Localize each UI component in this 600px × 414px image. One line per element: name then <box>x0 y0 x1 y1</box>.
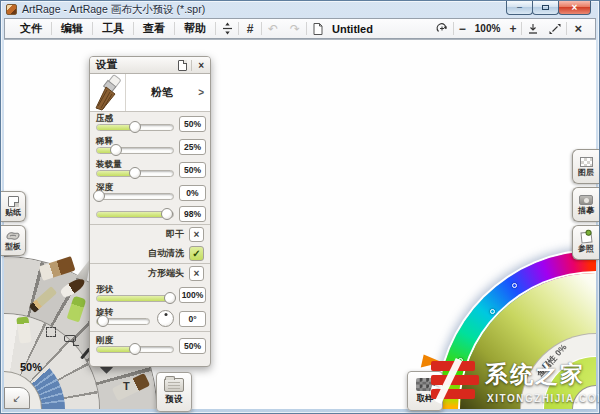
panel-divider <box>90 331 210 332</box>
thinners-slider[interactable] <box>96 147 174 154</box>
sample-color-button[interactable]: 取样 <box>407 371 443 411</box>
current-tool-row[interactable]: 粉笔 > <box>90 74 210 112</box>
titlebar: ArtRage - ArtRage 画布大小预设 (*.spr) – × <box>1 1 599 18</box>
loading-slider[interactable] <box>96 170 174 177</box>
redo-icon[interactable]: ↷ <box>284 21 306 37</box>
close-button[interactable]: × <box>558 1 591 15</box>
toggle-label: 即干 <box>166 228 184 241</box>
rotate-reset-icon[interactable] <box>431 21 453 37</box>
hue-handle-dot[interactable] <box>512 283 517 288</box>
hue-handle-dot[interactable] <box>490 309 495 314</box>
pressure-value[interactable]: 50% <box>179 116 206 132</box>
close-canvas-icon[interactable]: × <box>567 21 589 36</box>
panel-close-icon[interactable]: × <box>196 60 206 71</box>
squarehead-checkbox[interactable]: × <box>189 266 204 281</box>
rotation-slider[interactable] <box>96 318 150 325</box>
sidebar-tab-stencils[interactable]: 型板 <box>1 225 26 256</box>
sidebar-tab-tracing[interactable]: 描摹 <box>572 187 599 222</box>
zoom-out-button[interactable]: − <box>454 22 471 36</box>
settings-panel-header[interactable]: 设置 × <box>90 57 210 74</box>
slider-row-stiffness: 刚度 50% <box>90 334 210 357</box>
stiffness-slider[interactable] <box>96 346 174 353</box>
menu-file[interactable]: 文件 <box>11 21 51 36</box>
slider-thumb[interactable] <box>164 292 176 304</box>
tab-label: 贴纸 <box>5 208 21 217</box>
sidebar-tab-layers[interactable]: 图层 <box>572 149 599 184</box>
extra-slider[interactable] <box>96 211 174 218</box>
shape-slider[interactable] <box>96 295 174 302</box>
slider-thumb[interactable] <box>110 144 122 156</box>
rotation-dial[interactable] <box>157 310 174 327</box>
tool-preset-name: 粉笔 <box>126 85 198 100</box>
zoom-in-button[interactable]: + <box>504 22 521 36</box>
menu-help[interactable]: 帮助 <box>175 21 215 36</box>
document-title[interactable]: Untitled <box>332 23 373 35</box>
text-tool-icon[interactable]: T <box>123 380 130 392</box>
slider-label: 形状 <box>96 285 174 294</box>
maximize-icon <box>542 5 549 10</box>
stencil-icon <box>6 231 20 241</box>
instadry-checkbox[interactable]: × <box>189 227 204 242</box>
collapse-arrow-icon: ↙ <box>13 393 21 404</box>
fullscreen-icon[interactable] <box>544 21 566 37</box>
autoclean-checkbox[interactable]: ✓ <box>189 246 204 261</box>
fit-canvas-icon[interactable] <box>522 21 544 37</box>
artrage-logo-icon <box>6 4 17 15</box>
slider-thumb[interactable] <box>129 167 141 179</box>
undo-icon[interactable]: ↶ <box>262 21 284 37</box>
minimize-button[interactable]: – <box>506 1 533 15</box>
toggle-label: 自动清洗 <box>148 247 184 260</box>
pressure-slider[interactable] <box>96 124 174 131</box>
zoom-level[interactable]: 100% <box>471 23 505 34</box>
slider-thumb[interactable] <box>161 208 173 220</box>
close-icon: × <box>572 3 578 13</box>
tab-label: 型板 <box>5 242 21 251</box>
color-picker[interactable]: 金属性 0% <box>438 251 596 409</box>
menu-tools[interactable]: 工具 <box>93 21 133 36</box>
loading-value[interactable]: 50% <box>179 162 206 178</box>
slider-label: 深度 <box>96 183 174 192</box>
slider-row-thinners: 稀释 25% <box>90 135 210 158</box>
tab-label: 描摹 <box>578 206 594 215</box>
depth-slider[interactable] <box>96 193 174 200</box>
thinners-value[interactable]: 25% <box>179 139 206 155</box>
maximize-button[interactable] <box>532 1 559 15</box>
canvas-controls: − 100% + × <box>431 21 589 37</box>
paint-roller-icon[interactable] <box>64 335 76 342</box>
minimize-icon: – <box>517 3 522 12</box>
presets-button[interactable]: 预设 <box>156 372 192 412</box>
sidebar-tab-stickers[interactable]: 贴纸 <box>1 191 26 222</box>
toggle-row-autoclean: 自动清洗 ✓ <box>90 244 210 263</box>
tab-label: 图层 <box>578 168 594 177</box>
collapse-picker-button[interactable]: ↙ <box>4 387 30 409</box>
chevron-right-icon[interactable]: > <box>198 87 210 98</box>
canvas-position-icon[interactable] <box>216 21 238 37</box>
slider-thumb[interactable] <box>97 315 109 327</box>
sidebar-tab-reference[interactable]: 参照 <box>572 225 599 260</box>
shape-value[interactable]: 100% <box>179 287 206 303</box>
oil-brush-icon <box>90 74 126 111</box>
toggle-label: 方形端头 <box>148 267 184 280</box>
toggle-row-instadry: 即干 × <box>90 225 210 244</box>
undo-glyph: ↶ <box>268 22 278 36</box>
settings-panel: 设置 × 粉笔 > 压感 50% 稀释 <box>89 56 211 367</box>
depth-value[interactable]: 0% <box>179 185 206 201</box>
stiffness-value[interactable]: 50% <box>179 338 206 354</box>
slider-thumb[interactable] <box>129 343 141 355</box>
slider-row-rotation: 旋转 0° <box>90 306 210 331</box>
menu-view[interactable]: 查看 <box>134 21 174 36</box>
grid-glyph: # <box>247 22 254 36</box>
rotation-value[interactable]: 0° <box>179 311 206 327</box>
hue-handle-dot[interactable] <box>458 358 463 363</box>
sample-swatches-icon <box>416 378 435 391</box>
sample-button-label: 取样 <box>417 393 434 405</box>
slider-thumb[interactable] <box>129 121 141 133</box>
panel-menu-icon[interactable] <box>178 60 187 71</box>
slider-row-loading: 装载量 50% <box>90 158 210 181</box>
sticker-icon <box>8 196 19 207</box>
extra-value[interactable]: 98% <box>179 206 206 222</box>
selection-tool-icon[interactable] <box>46 327 56 337</box>
menu-edit[interactable]: 编辑 <box>52 21 92 36</box>
slider-thumb[interactable] <box>93 190 105 202</box>
grid-icon[interactable]: # <box>239 21 261 37</box>
